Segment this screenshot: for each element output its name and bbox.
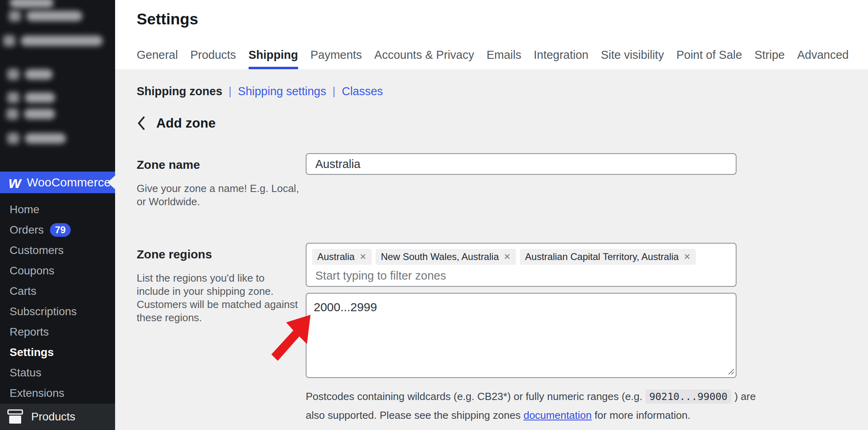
back-chevron-icon[interactable] <box>137 116 145 130</box>
tab-integration[interactable]: Integration <box>534 48 588 69</box>
redacted-menu-item <box>7 133 66 144</box>
sidebar-item-orders[interactable]: Orders 79 <box>0 220 115 240</box>
zone-name-field-cell <box>306 153 737 175</box>
region-filter-input[interactable] <box>312 269 712 282</box>
tab-general[interactable]: General <box>137 48 178 69</box>
woocommerce-settings-page: w WooCommerce Home Orders 79 Customers C… <box>0 0 868 430</box>
tab-point-of-sale[interactable]: Point of Sale <box>676 48 742 69</box>
remove-tag-icon[interactable]: ✕ <box>359 252 366 262</box>
zone-regions-label: Zone regions <box>137 243 306 261</box>
sidebar-item-status[interactable]: Status <box>0 362 115 383</box>
sidebar-item-label: Orders <box>10 224 44 236</box>
tab-site-visibility[interactable]: Site visibility <box>601 48 664 69</box>
subnav-shipping-settings-link[interactable]: Shipping settings <box>238 85 326 98</box>
settings-tabs: General Products Shipping Payments Accou… <box>137 48 849 69</box>
tab-stripe[interactable]: Stripe <box>755 48 785 69</box>
current-menu-arrow-icon <box>108 176 115 189</box>
redacted-menu-item <box>9 10 82 22</box>
region-tag-label: New South Wales, Australia <box>381 251 499 262</box>
tab-payments[interactable]: Payments <box>311 48 362 69</box>
sidebar-item-products[interactable]: Products <box>0 404 115 430</box>
tab-advanced[interactable]: Advanced <box>797 48 849 69</box>
subnav-separator: | <box>229 85 231 98</box>
redacted-menu-item <box>7 92 55 103</box>
tab-emails[interactable]: Emails <box>486 48 521 69</box>
help-text: for more information. <box>591 409 690 421</box>
sidebar-item-extensions[interactable]: Extensions <box>0 383 115 403</box>
description-line: Customers will be matched against <box>137 298 306 311</box>
sidebar-item-label: Coupons <box>10 264 54 277</box>
sidebar-item-woocommerce[interactable]: w WooCommerce <box>0 172 115 193</box>
sidebar-item-label: Status <box>10 366 41 379</box>
shipping-settings-content: Shipping zones | Shipping settings | Cla… <box>115 69 868 430</box>
orders-count-badge: 79 <box>50 223 71 237</box>
sidebar-item-label: Products <box>31 410 76 423</box>
sidebar-item-label: Home <box>10 203 40 216</box>
redacted-menu-item <box>10 0 54 8</box>
zone-name-input[interactable] <box>306 153 737 175</box>
redacted-menu-item <box>3 35 103 46</box>
sidebar-item-home[interactable]: Home <box>0 199 115 220</box>
sidebar-item-label: Carts <box>10 285 36 298</box>
sidebar-item-label: Settings <box>10 346 54 359</box>
remove-tag-icon[interactable]: ✕ <box>504 252 511 262</box>
region-tag: New South Wales, Australia ✕ <box>376 249 516 265</box>
redacted-menu-item <box>6 108 55 120</box>
textarea-resize-handle[interactable] <box>727 368 735 375</box>
tab-accounts-privacy[interactable]: Accounts & Privacy <box>374 48 474 69</box>
zone-regions-label-cell: Zone regions List the regions you'd like… <box>137 243 306 324</box>
sidebar-item-coupons[interactable]: Coupons <box>0 260 115 281</box>
sidebar-item-label: Extensions <box>10 387 64 400</box>
sidebar-item-customers[interactable]: Customers <box>0 240 115 260</box>
admin-sidebar: w WooCommerce Home Orders 79 Customers C… <box>0 0 115 430</box>
region-tag-label: Australia <box>317 251 354 262</box>
sidebar-item-reports[interactable]: Reports <box>0 322 115 342</box>
sidebar-item-label: WooCommerce <box>27 176 111 189</box>
region-tag-label: Australian Capital Territory, Australia <box>525 251 679 262</box>
description-line: List the regions you'd like to <box>137 272 306 285</box>
tab-products[interactable]: Products <box>190 48 236 69</box>
woocommerce-submenu: Home Orders 79 Customers Coupons Carts S… <box>0 193 115 403</box>
shipping-subnav: Shipping zones | Shipping settings | Cla… <box>137 85 868 98</box>
description-line: these regions. <box>137 311 306 324</box>
zone-name-row: Zone name Give your zone a name! E.g. Lo… <box>137 153 868 208</box>
woocommerce-logo-icon: w <box>7 174 23 190</box>
postcodes-help-text: Postcodes containing wildcards (e.g. CB2… <box>306 387 737 424</box>
region-tag: Australian Capital Territory, Australia … <box>520 249 696 265</box>
help-text: Postcodes containing wildcards (e.g. CB2… <box>306 390 645 402</box>
settings-header: Settings General Products Shipping Payme… <box>115 0 868 69</box>
sidebar-item-carts[interactable]: Carts <box>0 281 115 301</box>
subnav-separator: | <box>332 85 335 98</box>
zone-regions-field-cell: Australia ✕ New South Wales, Australia ✕… <box>306 243 737 430</box>
description-line: or Worldwide. <box>137 195 306 208</box>
sidebar-item-label: Customers <box>10 244 64 257</box>
redacted-menu-item <box>7 69 53 80</box>
sidebar-item-settings[interactable]: Settings <box>0 342 115 362</box>
sidebar-item-label: Subscriptions <box>10 305 77 318</box>
page-title: Settings <box>115 0 868 28</box>
sidebar-item-subscriptions[interactable]: Subscriptions <box>0 301 115 322</box>
region-tag: Australia ✕ <box>312 249 372 265</box>
zone-name-description: Give your zone a name! E.g. Local, or Wo… <box>137 182 306 208</box>
help-text: also supported. Please see the shipping … <box>306 409 524 421</box>
postcodes-field-wrap: 2000...2999 <box>306 293 737 378</box>
remove-tag-icon[interactable]: ✕ <box>683 252 691 262</box>
add-zone-heading-row: Add zone <box>137 116 868 131</box>
tab-shipping[interactable]: Shipping <box>249 48 298 69</box>
zone-name-label-cell: Zone name Give your zone a name! E.g. Lo… <box>137 153 306 208</box>
zone-regions-description: List the regions you'd like to include i… <box>137 272 306 324</box>
zone-regions-row: Zone regions List the regions you'd like… <box>137 243 868 430</box>
description-line: Give your zone a name! E.g. Local, <box>137 182 306 195</box>
description-line: include in your shipping zone. <box>137 285 306 298</box>
region-tags: Australia ✕ New South Wales, Australia ✕… <box>312 249 730 265</box>
subnav-shipping-zones[interactable]: Shipping zones <box>137 85 222 98</box>
zone-name-label: Zone name <box>137 153 306 172</box>
postcode-range-code: 90210...99000 <box>645 390 732 404</box>
products-box-icon <box>7 409 23 424</box>
zone-regions-select[interactable]: Australia ✕ New South Wales, Australia ✕… <box>306 243 737 287</box>
subnav-classes-link[interactable]: Classes <box>342 85 383 98</box>
postcodes-textarea[interactable]: 2000...2999 <box>306 293 737 378</box>
sidebar-item-label: Reports <box>10 326 49 338</box>
documentation-link[interactable]: documentation <box>524 409 592 421</box>
help-text: ) are <box>731 390 756 402</box>
